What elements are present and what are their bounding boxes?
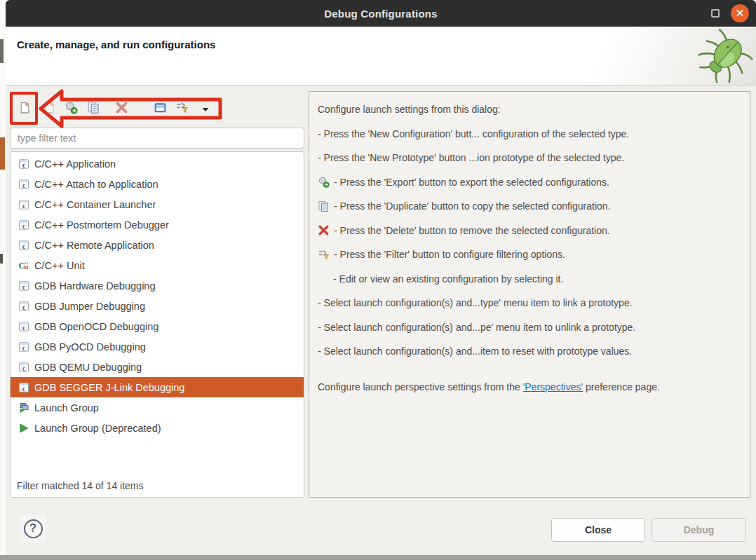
help-line: - Edit or view an existing configuration…: [318, 267, 741, 292]
tree-item[interactable]: cGDB Hardware Debugging: [11, 275, 304, 296]
tree-item[interactable]: cC/C++ Attach to Application: [11, 174, 304, 194]
maximize-icon[interactable]: [711, 9, 720, 18]
c-app-icon: c: [18, 280, 30, 292]
tree-item[interactable]: cC/C++ Remote Application: [11, 235, 304, 255]
perspectives-link[interactable]: 'Perspectives': [523, 381, 583, 392]
duplicate-icon: [318, 200, 330, 212]
help-line-text: - Press the 'Export' button to export th…: [334, 177, 609, 188]
svg-text:c: c: [22, 181, 26, 189]
c-app-icon: c: [18, 382, 30, 393]
tree-item-label: Launch Group (Deprecated): [34, 423, 161, 434]
help-line: - Press the 'New Prototype' button ...io…: [318, 146, 741, 170]
help-line: - Press the 'New Configuration' butt... …: [318, 122, 741, 146]
tree-item[interactable]: cC/C++ Application: [11, 153, 304, 174]
tree-item[interactable]: cGDB PyOCD Debugging: [11, 336, 304, 357]
launch-group-deprecated-icon: [18, 423, 30, 434]
help-line-text: - Select launch configuration(s) and...p…: [318, 322, 635, 333]
help-line: - Press the 'Delete' button to remove th…: [318, 219, 741, 243]
help-line-text: - Select launch configuration(s) and...i…: [318, 346, 632, 357]
help-line: - Select launch configuration(s) and...p…: [318, 315, 741, 340]
svg-text:c: c: [22, 384, 26, 392]
help-line: Configure launch settings from this dial…: [318, 97, 741, 122]
tree-item-label: C/C++ Container Launcher: [34, 199, 156, 210]
perspective-note-prefix: Configure launch perspective settings fr…: [318, 381, 523, 392]
c-app-icon: c: [18, 240, 30, 251]
bug-image: [697, 27, 755, 84]
perspective-note-suffix: preference page.: [583, 381, 660, 392]
background-fragment: [0, 39, 4, 63]
tree-item[interactable]: CuC/C++ Unit: [11, 255, 304, 275]
window-title: Debug Configurations: [324, 8, 438, 20]
background-fragment: [0, 137, 5, 170]
help-line: - Press the 'Export' button to export th…: [318, 170, 741, 195]
debug-button[interactable]: Debug: [652, 518, 746, 542]
tree-item-label: GDB PyOCD Debugging: [34, 341, 146, 353]
svg-text:c: c: [22, 161, 26, 168]
svg-text:c: c: [22, 282, 26, 290]
tree-item-label: C/C++ Unit: [34, 260, 85, 271]
delete-icon: [318, 224, 330, 236]
svg-text:c: c: [22, 323, 26, 331]
tree-list: cC/C++ ApplicationcC/C++ Attach to Appli…: [11, 153, 304, 438]
filter-icon: [318, 249, 330, 261]
c-app-icon: c: [18, 199, 30, 210]
help-line-text: - Press the 'New Prototype' button ...io…: [318, 152, 624, 163]
help-line-text: - Press the 'Delete' button to remove th…: [334, 225, 610, 236]
help-line: - Select launch configuration(s) and...i…: [318, 339, 741, 364]
page-title: Create, manage, and run configurations: [17, 39, 215, 50]
tree-item[interactable]: cC/C++ Container Launcher: [11, 194, 304, 214]
help-line-text: - Press the 'New Configuration' butt... …: [318, 128, 629, 139]
svg-text:c: c: [22, 364, 26, 371]
tree-item-label: GDB Hardware Debugging: [34, 280, 155, 292]
tree-item[interactable]: Launch Group (Deprecated): [11, 418, 304, 438]
svg-text:c: c: [22, 201, 26, 209]
help-line: - Press the 'Filter' button to configure…: [318, 243, 741, 267]
tree-item-label: GDB QEMU Debugging: [34, 362, 142, 373]
svg-text:c: c: [22, 303, 26, 310]
help-line-text: - Press the 'Filter' button to configure…: [334, 249, 565, 260]
export-icon: [318, 176, 330, 188]
help-lines: Configure launch settings from this dial…: [318, 97, 741, 364]
perspective-note: Configure launch perspective settings fr…: [318, 379, 752, 395]
annotation-highlight-box: [10, 92, 38, 125]
tree-item-label: C/C++ Postmortem Debugger: [34, 219, 169, 231]
close-button[interactable]: Close: [551, 518, 645, 542]
tree-item[interactable]: cGDB Jumper Debugging: [11, 296, 304, 316]
help-line: - Press the 'Duplicate' button to copy t…: [318, 194, 741, 219]
background-window-strip: [0, 0, 6, 555]
tree-item[interactable]: cGDB QEMU Debugging: [11, 357, 304, 377]
tree-item[interactable]: cGDB SEGGER J-Link Debugging: [11, 377, 304, 397]
tree-item[interactable]: cC/C++ Postmortem Debugger: [11, 214, 304, 235]
c-app-icon: c: [18, 301, 30, 312]
c-app-icon: c: [18, 341, 30, 353]
search-input[interactable]: [10, 128, 304, 149]
configuration-tree: cC/C++ ApplicationcC/C++ Attach to Appli…: [10, 151, 304, 498]
tree-item-label: C/C++ Remote Application: [34, 240, 154, 251]
help-line-text: Configure launch settings from this dial…: [318, 104, 501, 115]
tree-item-label: GDB Jumper Debugging: [34, 301, 145, 312]
dialog-header: Create, manage, and run configurations: [6, 27, 756, 86]
svg-text:c: c: [22, 343, 26, 351]
help-line-text: - Select launch configuration(s) and...t…: [318, 297, 633, 308]
filter-status-text: Filter matched 14 of 14 items: [11, 476, 304, 497]
tree-item-label: GDB OpenOCD Debugging: [34, 321, 158, 332]
help-line: - Select launch configuration(s) and...t…: [318, 291, 741, 315]
help-line-text: - Edit or view an existing configuration…: [333, 273, 563, 285]
close-icon[interactable]: ✕: [731, 4, 749, 22]
svg-text:c: c: [22, 242, 26, 250]
c-app-icon: c: [18, 362, 30, 373]
tree-item[interactable]: Launch Group: [11, 397, 304, 418]
c-app-icon: c: [18, 158, 30, 170]
tree-item-label: C/C++ Attach to Application: [34, 179, 158, 190]
background-bottom-strip: [0, 555, 756, 560]
help-button[interactable]: ?: [20, 514, 46, 542]
help-icon: ?: [24, 519, 43, 538]
c-app-icon: c: [18, 179, 30, 190]
titlebar[interactable]: Debug Configurations ✕: [6, 0, 756, 27]
c-unit-icon: Cu: [18, 260, 30, 271]
svg-text:c: c: [22, 221, 26, 229]
tree-item[interactable]: cGDB OpenOCD Debugging: [11, 316, 304, 336]
background-fragment: [0, 254, 3, 264]
annotation-arrow: [36, 88, 227, 129]
c-app-icon: c: [18, 219, 30, 231]
